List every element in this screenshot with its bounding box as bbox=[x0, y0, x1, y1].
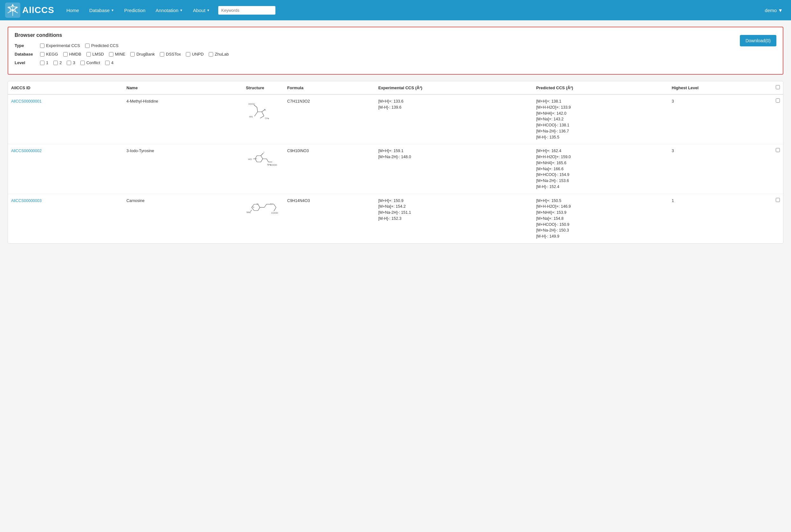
data-table-container: AllCCS ID Name Structure Formula Experim… bbox=[7, 81, 784, 244]
bc-type-predicted[interactable]: Predicted CCS bbox=[85, 43, 118, 48]
svg-line-20 bbox=[261, 153, 263, 156]
brand[interactable]: AllCCS bbox=[5, 2, 54, 18]
cell-id: AllCCS00000002 bbox=[8, 144, 123, 194]
bc-level-4[interactable]: 4 bbox=[105, 60, 113, 65]
th-allccs-id: AllCCS ID bbox=[8, 81, 123, 94]
svg-line-38 bbox=[250, 210, 251, 212]
conflict-checkbox[interactable] bbox=[80, 61, 85, 65]
kegg-checkbox[interactable] bbox=[40, 52, 44, 57]
cell-predicted-ccs: [M+H]+: 138.1 [M+H-H2O]+: 133.9 [M+NH4]+… bbox=[533, 94, 669, 144]
predicted-ccs-checkbox[interactable] bbox=[85, 43, 90, 48]
row-checkbox[interactable] bbox=[776, 198, 780, 202]
cell-checkbox bbox=[773, 94, 783, 144]
svg-text:CH₃: CH₃ bbox=[265, 117, 269, 119]
cell-experimental-ccs: [M+H]+: 159.1 [M+Na-2H]-: 148.0 bbox=[375, 144, 533, 194]
bc-database-options: KEGG HMDB LMSD MINE bbox=[40, 52, 229, 57]
experimental-ccs-checkbox[interactable] bbox=[40, 43, 44, 48]
cell-formula: C9H14N4O3 bbox=[284, 194, 375, 243]
allccs-id-link[interactable]: AllCCS00000001 bbox=[11, 99, 42, 103]
cell-structure: HN N HOOC CH₃ bbox=[243, 94, 284, 144]
th-structure: Structure bbox=[243, 81, 284, 94]
download-button[interactable]: Download(0) bbox=[740, 35, 776, 46]
bc-filters: Browser conditions Type Experimental CCS… bbox=[15, 32, 734, 69]
unpd-checkbox[interactable] bbox=[186, 52, 190, 57]
nav-home[interactable]: Home bbox=[62, 5, 83, 16]
structure-svg: N N NH COOH NH₂ bbox=[246, 198, 281, 218]
table-row: AllCCS00000003 Carnosine N N NH COOH NH₂… bbox=[8, 194, 783, 243]
bc-db-lmsd[interactable]: LMSD bbox=[87, 52, 104, 57]
nav-database[interactable]: Database ▼ bbox=[85, 5, 118, 16]
user-menu[interactable]: demo ▼ bbox=[762, 5, 786, 16]
cell-formula: C7H11N3O2 bbox=[284, 94, 375, 144]
bc-db-unpd[interactable]: UNPD bbox=[186, 52, 204, 57]
level3-checkbox[interactable] bbox=[67, 61, 71, 65]
cell-id: AllCCS00000001 bbox=[8, 94, 123, 144]
search-input[interactable] bbox=[218, 6, 276, 15]
nav-annotation[interactable]: Annotation ▼ bbox=[151, 5, 187, 16]
cell-experimental-ccs: [M+H]+: 133.6 [M-H]-: 139.6 bbox=[375, 94, 533, 144]
svg-point-5 bbox=[12, 9, 14, 12]
cell-formula: C9H10INO3 bbox=[284, 144, 375, 194]
bc-level-2[interactable]: 2 bbox=[53, 60, 62, 65]
dsstox-checkbox[interactable] bbox=[160, 52, 164, 57]
cell-checkbox bbox=[773, 194, 783, 243]
bc-level-label: Level bbox=[15, 60, 40, 65]
cell-name: Carnosine bbox=[123, 194, 243, 243]
chevron-down-icon: ▼ bbox=[207, 8, 210, 12]
level4-checkbox[interactable] bbox=[105, 61, 110, 65]
bc-db-dsstox[interactable]: DSSTox bbox=[160, 52, 181, 57]
bc-db-zhulab[interactable]: ZhuLab bbox=[209, 52, 229, 57]
svg-line-14 bbox=[254, 105, 257, 107]
zhulab-checkbox[interactable] bbox=[209, 52, 213, 57]
svg-line-7 bbox=[255, 112, 258, 116]
bc-type-row: Type Experimental CCS Predicted CCS bbox=[15, 43, 734, 48]
cell-name: 3-Iodo-Tyrosine bbox=[123, 144, 243, 194]
bc-db-drugbank[interactable]: DrugBank bbox=[130, 52, 155, 57]
svg-text:N: N bbox=[257, 203, 258, 205]
select-all-checkbox[interactable] bbox=[776, 85, 780, 89]
table-row: AllCCS00000002 3-Iodo-Tyrosine HO I NH₂ … bbox=[8, 144, 783, 194]
bc-db-hmdb[interactable]: HMDB bbox=[63, 52, 81, 57]
row-checkbox[interactable] bbox=[776, 148, 780, 152]
drugbank-checkbox[interactable] bbox=[130, 52, 135, 57]
bc-type-label: Type bbox=[15, 43, 40, 48]
bc-type-experimental[interactable]: Experimental CCS bbox=[40, 43, 80, 48]
bc-level-1[interactable]: 1 bbox=[40, 60, 48, 65]
svg-text:HN: HN bbox=[249, 115, 253, 118]
th-name: Name bbox=[123, 81, 243, 94]
allccs-id-link[interactable]: AllCCS00000002 bbox=[11, 149, 42, 153]
nav-menu: Home Database ▼ Prediction Annotation ▼ … bbox=[62, 5, 762, 16]
main-content: Browser conditions Type Experimental CCS… bbox=[0, 20, 791, 532]
nav-about[interactable]: About ▼ bbox=[188, 5, 214, 16]
table-row: AllCCS00000001 4-Methyl-Histidine HN N H… bbox=[8, 94, 783, 144]
svg-line-23 bbox=[266, 159, 268, 162]
svg-line-13 bbox=[257, 107, 258, 112]
cell-predicted-ccs: [M+H]+: 162.4 [M+H-H2O]+: 159.0 [M+NH4]+… bbox=[533, 144, 669, 194]
cell-highest-level: 3 bbox=[669, 144, 773, 194]
brand-title: AllCCS bbox=[22, 5, 54, 15]
hmdb-checkbox[interactable] bbox=[63, 52, 68, 57]
svg-line-35 bbox=[274, 207, 276, 211]
bc-database-label: Database bbox=[15, 52, 40, 57]
row-checkbox[interactable] bbox=[776, 98, 780, 102]
search-container bbox=[218, 6, 276, 15]
table-header-row: AllCCS ID Name Structure Formula Experim… bbox=[8, 81, 783, 94]
lmsd-checkbox[interactable] bbox=[87, 52, 91, 57]
cell-highest-level: 1 bbox=[669, 194, 773, 243]
cell-experimental-ccs: [M+H]+: 150.9 [M+Na]+: 154.2 [M+Na-2H]-:… bbox=[375, 194, 533, 243]
level2-checkbox[interactable] bbox=[53, 61, 58, 65]
bc-level-row: Level 1 2 3 Co bbox=[15, 60, 734, 65]
level1-checkbox[interactable] bbox=[40, 61, 44, 65]
mine-checkbox[interactable] bbox=[109, 52, 113, 57]
th-experimental-ccs: Experimental CCS (Å²) bbox=[375, 81, 533, 94]
svg-line-9 bbox=[262, 112, 264, 116]
nav-prediction[interactable]: Prediction bbox=[120, 5, 150, 16]
bc-level-conflict[interactable]: Conflict bbox=[80, 60, 100, 65]
bc-db-kegg[interactable]: KEGG bbox=[40, 52, 58, 57]
svg-text:HOOC: HOOC bbox=[248, 103, 255, 105]
bc-level-3[interactable]: 3 bbox=[67, 60, 75, 65]
allccs-id-link[interactable]: AllCCS00000003 bbox=[11, 198, 42, 203]
chevron-down-icon: ▼ bbox=[180, 8, 183, 12]
bc-db-mine[interactable]: MINE bbox=[109, 52, 126, 57]
cell-name: 4-Methyl-Histidine bbox=[123, 94, 243, 144]
